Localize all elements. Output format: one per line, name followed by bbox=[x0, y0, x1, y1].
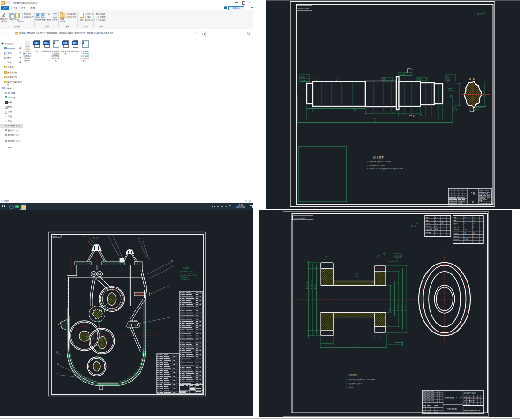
svg-text:34: 34 bbox=[379, 336, 380, 338]
svg-text:A—A: A—A bbox=[93, 236, 98, 239]
svg-text:Ø75: Ø75 bbox=[393, 308, 394, 311]
svg-text:LY-00-LL-W20II: LY-00-LL-W20II bbox=[294, 217, 305, 219]
svg-text:7FL: 7FL bbox=[465, 229, 467, 231]
svg-text:精度等级: 精度等级 bbox=[454, 229, 460, 231]
svg-text:9: 9 bbox=[113, 236, 114, 238]
svg-text:精度等级: 精度等级 bbox=[426, 226, 431, 228]
svg-text:Ø30k6: Ø30k6 bbox=[301, 76, 305, 78]
svg-text:10: 10 bbox=[138, 238, 140, 240]
svg-text:Ø30k6: Ø30k6 bbox=[446, 76, 450, 78]
svg-text:88: 88 bbox=[420, 114, 422, 116]
svg-text:56: 56 bbox=[392, 112, 394, 114]
svg-text:14: 14 bbox=[56, 351, 58, 353]
svg-text:Ø155.64: Ø155.64 bbox=[314, 284, 316, 289]
svg-text:LY-001: LY-001 bbox=[465, 238, 469, 240]
svg-text:Ø52H7: Ø52H7 bbox=[389, 307, 391, 311]
svg-text:压力角: 压力角 bbox=[454, 223, 458, 225]
svg-text:公法线: 公法线 bbox=[454, 232, 458, 234]
svg-text:3.2: 3.2 bbox=[411, 225, 414, 227]
svg-text:DQCM-YT-08-47: DQCM-YT-08-47 bbox=[464, 392, 476, 394]
svg-text:第 张 A3: 第 张 A3 bbox=[464, 404, 469, 405]
svg-text:3.接触斑点沿齿高不小于40%,: 3.接触斑点沿齿高不小于40%, bbox=[180, 274, 197, 276]
svg-text:Ø36h7: Ø36h7 bbox=[476, 109, 481, 111]
svg-text:跨测齿数: 跨测齿数 bbox=[454, 236, 460, 237]
svg-text:Ø130g6-0.14: Ø130g6-0.14 bbox=[311, 281, 312, 289]
svg-text:17: 17 bbox=[442, 220, 444, 221]
svg-text:3. 未注倒角为C2,未注圆角R1,锐边做倒钝处理。: 3. 未注倒角为C2,未注圆角R1,锐边做倒钝处理。 bbox=[367, 168, 405, 170]
svg-text:11: 11 bbox=[142, 241, 144, 243]
svg-text:3X45°: 3X45° bbox=[325, 256, 329, 258]
svg-text:B—B: B—B bbox=[469, 78, 475, 80]
svg-text:2. 未注圆角半径 R=5。: 2. 未注圆角半径 R=5。 bbox=[346, 383, 364, 385]
svg-text:技术要求: 技术要求 bbox=[373, 156, 384, 159]
svg-text:20CrMnTi: 20CrMnTi bbox=[447, 408, 457, 411]
svg-text:2.5: 2.5 bbox=[442, 217, 444, 219]
svg-text:安徽科技大学车辆022班: 安徽科技大学车辆022班 bbox=[479, 203, 494, 205]
svg-text:Ø35k6: Ø35k6 bbox=[483, 93, 484, 97]
svg-text:7FL: 7FL bbox=[435, 226, 438, 228]
svg-text:0.025 A: 0.025 A bbox=[446, 79, 450, 81]
svg-text:0.025 A: 0.025 A bbox=[301, 80, 305, 81]
svg-text:19.6: 19.6 bbox=[435, 228, 438, 230]
svg-text:技术要求: 技术要求 bbox=[183, 267, 190, 269]
svg-text:Ø115-0.44: Ø115-0.44 bbox=[397, 305, 399, 311]
svg-text:齿数: 齿数 bbox=[454, 220, 457, 221]
svg-text:Ø0.025 A: Ø0.025 A bbox=[395, 255, 401, 257]
svg-text:5.轴承预紧量适当。: 5.轴承预紧量适当。 bbox=[180, 279, 192, 280]
svg-text:20°: 20° bbox=[442, 222, 444, 224]
svg-text:跨测齿数: 跨测齿数 bbox=[426, 232, 431, 234]
svg-text:W: W bbox=[465, 232, 466, 234]
svg-text:Ø148-0.072: Ø148-0.072 bbox=[306, 282, 308, 289]
svg-text:3: 3 bbox=[171, 316, 171, 317]
svg-text:3 轴: 3 轴 bbox=[471, 192, 476, 195]
svg-text:96: 96 bbox=[352, 346, 354, 347]
svg-text:模数: 模数 bbox=[426, 217, 429, 219]
svg-text:1. 调质处理, 硬度220~250HBS。: 1. 调质处理, 硬度220~250HBS。 bbox=[367, 161, 393, 163]
svg-text:DQCM-YT-06-03: DQCM-YT-06-03 bbox=[479, 190, 489, 192]
svg-text:Ø45r6: Ø45r6 bbox=[383, 78, 386, 80]
svg-text:382: 382 bbox=[374, 121, 377, 123]
svg-text:Ø134-0.072: Ø134-0.072 bbox=[405, 304, 407, 311]
svg-text:双联齿轮17—19: 双联齿轮17—19 bbox=[445, 396, 462, 399]
svg-text:1.装配前所有零件清洗,: 1.装配前所有零件清洗, bbox=[180, 270, 193, 272]
svg-text:压力角: 压力角 bbox=[426, 222, 430, 224]
svg-text:1. 调质处理, 齿面硬度为 210~250HB。: 1. 调质处理, 齿面硬度为 210~250HB。 bbox=[346, 378, 377, 381]
svg-text:6: 6 bbox=[84, 236, 85, 238]
svg-text:6: 6 bbox=[88, 235, 89, 237]
svg-text:2.啮合侧隙用铅丝检验,: 2.啮合侧隙用铅丝检验, bbox=[180, 272, 193, 274]
svg-text:技术要求: 技术要求 bbox=[348, 374, 357, 376]
svg-text:2: 2 bbox=[171, 284, 171, 286]
svg-text:12: 12 bbox=[171, 260, 173, 262]
svg-text:I1-00-LI-A02: I1-00-LI-A02 bbox=[298, 7, 310, 9]
svg-text:16: 16 bbox=[57, 373, 59, 375]
svg-text:Ø0.030 A: Ø0.030 A bbox=[400, 74, 404, 75]
svg-text:配对齿轮: 配对齿轮 bbox=[454, 238, 460, 240]
svg-text:36: 36 bbox=[326, 342, 327, 344]
svg-text:20°: 20° bbox=[473, 223, 475, 225]
svg-text:齿数: 齿数 bbox=[426, 220, 429, 221]
svg-text:6.3: 6.3 bbox=[355, 273, 357, 274]
svg-text:2. 锐边倒钝C0.5~1X45。: 2. 锐边倒钝C0.5~1X45。 bbox=[367, 164, 386, 167]
svg-text:模数: 模数 bbox=[454, 217, 457, 219]
svg-text:Ø35k6: Ø35k6 bbox=[418, 78, 422, 80]
svg-text:比例 1:1 重量 共 张: 比例 1:1 重量 共 张 bbox=[464, 400, 475, 402]
svg-text:变位系数: 变位系数 bbox=[454, 226, 460, 228]
svg-text:19.6: 19.6 bbox=[473, 232, 476, 234]
svg-text:13: 13 bbox=[171, 266, 173, 268]
svg-text:2.5: 2.5 bbox=[473, 217, 475, 219]
svg-text:4.涂色法检验,: 4.涂色法检验, bbox=[180, 276, 188, 278]
svg-text:A1004: A1004 bbox=[53, 236, 57, 237]
svg-text:45: 45 bbox=[472, 201, 474, 203]
svg-text:8: 8 bbox=[108, 236, 109, 238]
svg-text:102: 102 bbox=[334, 107, 337, 109]
svg-text:其余: 其余 bbox=[477, 13, 482, 15]
svg-text:19: 19 bbox=[473, 220, 475, 221]
svg-text:326: 326 bbox=[373, 118, 376, 119]
svg-text:Ø96-0.46: Ø96-0.46 bbox=[401, 305, 403, 311]
svg-text:78: 78 bbox=[448, 88, 450, 90]
svg-text:Ø0.025 A: Ø0.025 A bbox=[396, 344, 402, 346]
svg-text:155: 155 bbox=[353, 109, 356, 111]
svg-text:标记 处数 分区 更改文件号: 标记 处数 分区 更改文件号 bbox=[463, 396, 480, 398]
svg-text:15: 15 bbox=[57, 363, 59, 365]
svg-text:公法线长度: 公法线长度 bbox=[426, 228, 433, 230]
